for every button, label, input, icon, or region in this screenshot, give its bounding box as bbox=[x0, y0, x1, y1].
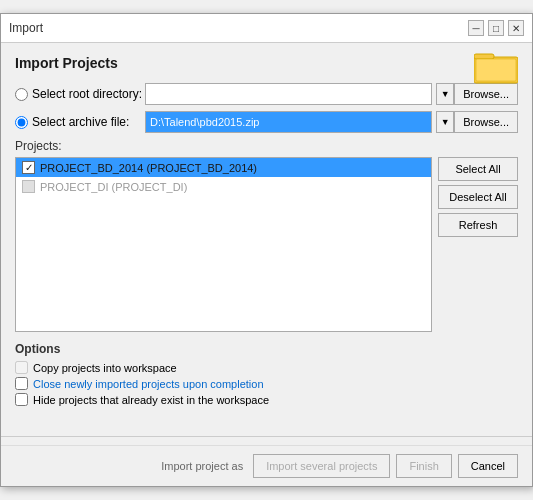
archive-file-label[interactable]: Select archive file: bbox=[15, 115, 145, 129]
page-title: Import Projects bbox=[15, 55, 518, 71]
option-1-label[interactable]: Copy projects into workspace bbox=[33, 362, 177, 374]
bottom-bar: Import project as Import several project… bbox=[1, 445, 532, 486]
root-directory-radio[interactable] bbox=[15, 88, 28, 101]
bottom-divider bbox=[1, 436, 532, 437]
archive-file-combo-container: ▼ bbox=[145, 111, 454, 133]
project-item-1[interactable]: ✓ PROJECT_BD_2014 (PROJECT_BD_2014) bbox=[16, 158, 431, 177]
title-bar-controls: ─ □ ✕ bbox=[468, 20, 524, 36]
projects-section-label: Projects: bbox=[15, 139, 518, 153]
options-section: Options Copy projects into workspace Clo… bbox=[15, 342, 518, 406]
archive-file-row: Select archive file: ▼ Browse... bbox=[15, 111, 518, 133]
svg-rect-1 bbox=[474, 54, 494, 59]
restore-button[interactable]: □ bbox=[488, 20, 504, 36]
option-row-2: Close newly imported projects upon compl… bbox=[15, 377, 518, 390]
root-directory-label[interactable]: Select root directory: bbox=[15, 87, 145, 101]
folder-icon-area bbox=[474, 47, 518, 88]
projects-side-buttons: Select All Deselect All Refresh bbox=[438, 157, 518, 332]
option-2-checkbox[interactable] bbox=[15, 377, 28, 390]
option-2-label[interactable]: Close newly imported projects upon compl… bbox=[33, 378, 264, 390]
option-row-1: Copy projects into workspace bbox=[15, 361, 518, 374]
projects-area: ✓ PROJECT_BD_2014 (PROJECT_BD_2014) PROJ… bbox=[15, 157, 518, 332]
folder-icon bbox=[474, 47, 518, 85]
options-title: Options bbox=[15, 342, 518, 356]
root-directory-dropdown-arrow[interactable]: ▼ bbox=[436, 83, 454, 105]
option-1-checkbox[interactable] bbox=[15, 361, 28, 374]
archive-file-dropdown-arrow[interactable]: ▼ bbox=[436, 111, 454, 133]
archive-browse-button[interactable]: Browse... bbox=[454, 111, 518, 133]
close-button[interactable]: ✕ bbox=[508, 20, 524, 36]
header-area: Import Projects bbox=[15, 55, 518, 71]
root-directory-combo-container: ▼ bbox=[145, 83, 454, 105]
import-dialog: Import ─ □ ✕ Import Projects Selec bbox=[0, 13, 533, 487]
project-2-name: PROJECT_DI (PROJECT_DI) bbox=[40, 181, 187, 193]
option-3-label[interactable]: Hide projects that already exist in the … bbox=[33, 394, 269, 406]
archive-file-radio[interactable] bbox=[15, 116, 28, 129]
option-row-3: Hide projects that already exist in the … bbox=[15, 393, 518, 406]
project-1-name: PROJECT_BD_2014 (PROJECT_BD_2014) bbox=[40, 162, 257, 174]
root-directory-input[interactable] bbox=[145, 83, 432, 105]
archive-file-input[interactable] bbox=[145, 111, 432, 133]
projects-list[interactable]: ✓ PROJECT_BD_2014 (PROJECT_BD_2014) PROJ… bbox=[15, 157, 432, 332]
window-title: Import bbox=[9, 21, 43, 35]
import-several-button[interactable]: Import several projects bbox=[253, 454, 390, 478]
project-2-checkbox[interactable] bbox=[22, 180, 35, 193]
project-1-checkbox[interactable]: ✓ bbox=[22, 161, 35, 174]
title-bar: Import ─ □ ✕ bbox=[1, 14, 532, 43]
svg-rect-2 bbox=[476, 59, 516, 81]
deselect-all-button[interactable]: Deselect All bbox=[438, 185, 518, 209]
root-directory-row: Select root directory: ▼ Browse... bbox=[15, 83, 518, 105]
cancel-button[interactable]: Cancel bbox=[458, 454, 518, 478]
refresh-button[interactable]: Refresh bbox=[438, 213, 518, 237]
finish-button[interactable]: Finish bbox=[396, 454, 451, 478]
project-item-2[interactable]: PROJECT_DI (PROJECT_DI) bbox=[16, 177, 431, 196]
option-3-checkbox[interactable] bbox=[15, 393, 28, 406]
dialog-content: Import Projects Select root directory: ▼… bbox=[1, 43, 532, 428]
select-all-button[interactable]: Select All bbox=[438, 157, 518, 181]
minimize-button[interactable]: ─ bbox=[468, 20, 484, 36]
import-label: Import project as bbox=[161, 460, 243, 472]
